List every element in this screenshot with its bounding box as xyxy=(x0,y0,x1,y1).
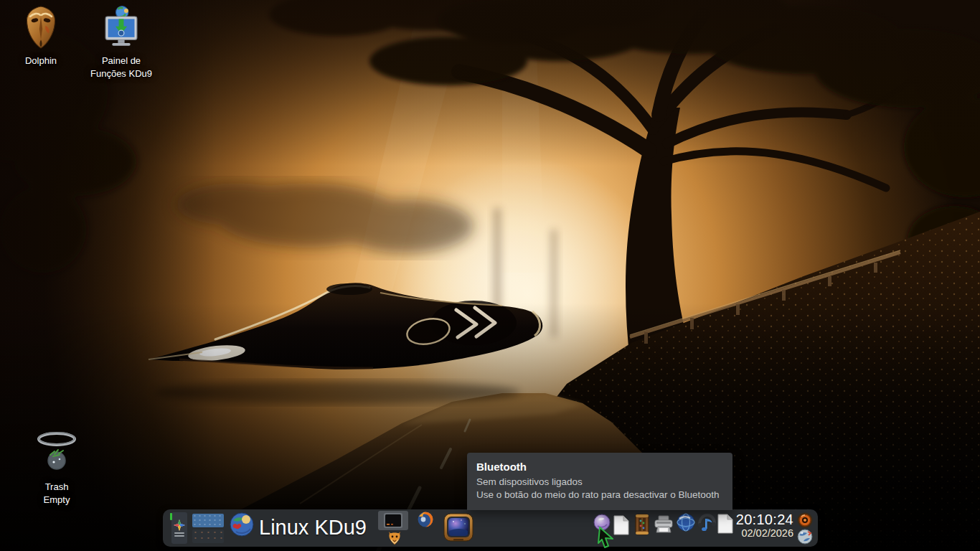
globe-update-icon[interactable] xyxy=(797,529,813,545)
firefox-icon[interactable] xyxy=(418,512,433,527)
basket-tray-icon[interactable] xyxy=(634,513,650,536)
pager-desktop-1[interactable] xyxy=(192,514,224,527)
trash-label: Trash xyxy=(17,481,97,494)
network-globe-tray-icon[interactable] xyxy=(677,513,695,532)
desktop-icon-label-line1: Painel de xyxy=(81,55,161,67)
task-terminal-button[interactable] xyxy=(378,511,408,530)
document2-tray-icon[interactable] xyxy=(717,514,733,534)
app-launcher-button[interactable] xyxy=(171,512,187,544)
desktop-icon-label-line2: Funções KDu9 xyxy=(81,67,161,80)
orange-lens-icon[interactable] xyxy=(797,512,813,528)
mouse-cursor xyxy=(595,526,617,549)
tv-screen-icon[interactable] xyxy=(443,512,473,542)
pager-desktop-2[interactable] xyxy=(192,529,224,543)
clock-date: 02/02/2026 xyxy=(732,528,793,539)
tooltip-title: Bluetooth xyxy=(476,461,723,473)
panel-app-title[interactable]: Linux KDu9 xyxy=(259,509,367,547)
printer-tray-icon[interactable] xyxy=(654,515,674,534)
desktop-icon-trash[interactable]: Trash Empty xyxy=(17,429,97,507)
dolphin-mask-icon xyxy=(22,6,60,49)
desktop-screen: Dolphin Painel de Funções KDu9 xyxy=(0,0,980,551)
bluetooth-tooltip: Bluetooth Sem dispositivos ligados Use o… xyxy=(467,453,732,510)
trash-status: Empty xyxy=(17,494,97,507)
monitor-globe-download-icon xyxy=(101,6,141,49)
app-launcher-star-icon xyxy=(174,519,185,531)
desktop-icon-painel-funcoes[interactable]: Painel de Funções KDu9 xyxy=(81,6,161,80)
tooltip-line1: Sem dispositivos ligados xyxy=(476,476,723,489)
digital-clock[interactable]: 20:10:24 02/02/2026 xyxy=(732,512,793,539)
taskbar-panel: Linux KDu9 xyxy=(163,509,818,547)
world-globe-icon[interactable] xyxy=(229,512,255,537)
launcher-activity-indicator xyxy=(170,513,172,520)
clock-time: 20:10:24 xyxy=(732,512,793,527)
tooltip-line2: Use o botão do meio do rato para desacti… xyxy=(476,489,723,501)
terminal-icon xyxy=(384,513,402,528)
audio-headphones-tray-icon[interactable] xyxy=(697,513,717,533)
fox-icon[interactable] xyxy=(387,531,402,545)
desktop-icon-label: Dolphin xyxy=(1,55,81,67)
desktop-icon-dolphin[interactable]: Dolphin xyxy=(1,6,81,67)
trash-ring-bowl-icon xyxy=(29,429,85,475)
pager-widget xyxy=(192,514,224,542)
